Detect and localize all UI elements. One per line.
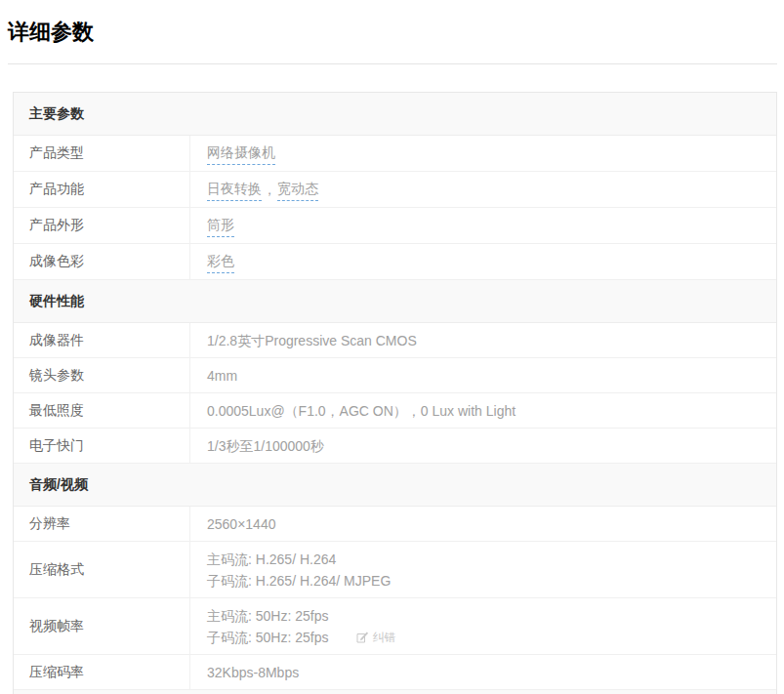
table-row: 产品类型 网络摄像机: [14, 136, 776, 172]
table-row: 成像色彩 彩色: [14, 244, 776, 280]
value-line: 筒形: [207, 214, 766, 237]
spec-label: 产品外形: [14, 208, 190, 243]
section-header-hardware: 硬件性能: [14, 280, 776, 323]
spec-value-line-2: 子码流: 50Hz: 25fps 纠错: [207, 627, 766, 648]
value-line: 彩色: [207, 250, 766, 273]
table-row: 产品外形 筒形: [14, 208, 776, 244]
table-row: 最低照度 0.0005Lux@（F1.0，AGC ON），0 Lux with …: [14, 393, 776, 429]
spec-value-cell: 32Kbps-8Mbps: [190, 655, 776, 689]
spec-value-cell: 0.0005Lux@（F1.0，AGC ON），0 Lux with Light: [190, 393, 776, 428]
spec-value-cell: 日夜转换 ， 宽动态: [190, 172, 776, 207]
spec-value-line-2: 子码流: H.265/ H.264/ MJPEG: [207, 570, 766, 592]
section-header-audio-video: 音频/视频: [14, 464, 776, 507]
spec-value-cell: 4mm: [190, 358, 776, 392]
spec-value-line-1: 主码流: H.265/ H.264: [207, 549, 766, 570]
spec-value-cell: 2560×1440: [190, 507, 776, 541]
spec-value-link[interactable]: 日夜转换: [207, 178, 262, 201]
spec-value-cell: 彩色: [190, 244, 776, 279]
table-row: 压缩码率 32Kbps-8Mbps: [14, 655, 776, 690]
spec-value-link[interactable]: 筒形: [207, 214, 234, 237]
spec-value-text: 子码流: 50Hz: 25fps: [207, 627, 329, 648]
spec-value: 2560×1440: [207, 513, 766, 535]
table-row: 分辨率 2560×1440: [14, 507, 776, 542]
table-row: 镜头参数 4mm: [14, 358, 776, 393]
spec-label: 压缩码率: [14, 655, 190, 689]
spec-label: 压缩格式: [14, 542, 190, 597]
table-row: 成像器件 1/2.8英寸Progressive Scan CMOS: [14, 323, 776, 358]
spec-value-cell: 筒形: [190, 208, 776, 243]
table-row: 压缩格式 主码流: H.265/ H.264 子码流: H.265/ H.264…: [14, 542, 776, 598]
table-row: 电子快门 1/3秒至1/100000秒: [14, 429, 776, 464]
spec-label: 视频帧率: [14, 598, 190, 654]
spec-label: 产品功能: [14, 172, 190, 207]
value-separator: ，: [263, 179, 276, 200]
spec-value: 1/2.8英寸Progressive Scan CMOS: [207, 330, 766, 351]
spec-value-cell: 主码流: 50Hz: 25fps 子码流: 50Hz: 25fps 纠错: [190, 598, 776, 654]
spec-label: 电子快门: [14, 429, 190, 463]
section-header-partial: [14, 690, 776, 694]
spec-table: 主要参数 产品类型 网络摄像机 产品功能 日夜转换 ， 宽动态 产品外形 筒形 …: [13, 92, 777, 694]
spec-value: 32Kbps-8Mbps: [207, 662, 766, 683]
spec-value-cell: 1/2.8英寸Progressive Scan CMOS: [190, 323, 776, 357]
spec-label: 成像色彩: [14, 244, 190, 279]
correction-button[interactable]: 纠错: [356, 627, 396, 648]
section-header-main-params: 主要参数: [14, 93, 776, 136]
spec-value-link[interactable]: 宽动态: [277, 178, 318, 201]
spec-value-link[interactable]: 网络摄像机: [207, 142, 275, 165]
spec-value: 1/3秒至1/100000秒: [207, 435, 766, 457]
title-divider: [8, 63, 777, 64]
page-title: 详细参数: [8, 18, 784, 47]
spec-label: 镜头参数: [14, 358, 190, 392]
spec-value-cell: 1/3秒至1/100000秒: [190, 429, 776, 463]
spec-label: 分辨率: [14, 507, 190, 541]
spec-value: 0.0005Lux@（F1.0，AGC ON），0 Lux with Light: [207, 400, 766, 422]
spec-label: 成像器件: [14, 323, 190, 357]
value-line: 日夜转换 ， 宽动态: [207, 178, 766, 201]
spec-value-cell: 网络摄像机: [190, 136, 776, 171]
spec-value-line-1: 主码流: 50Hz: 25fps: [207, 605, 766, 627]
correction-label: 纠错: [373, 627, 396, 648]
edit-icon: [356, 631, 369, 643]
spec-value: 4mm: [207, 365, 766, 387]
table-row: 产品功能 日夜转换 ， 宽动态: [14, 172, 776, 208]
spec-label: 产品类型: [14, 136, 190, 171]
spec-value-cell: 主码流: H.265/ H.264 子码流: H.265/ H.264/ MJP…: [190, 542, 776, 597]
value-line: 网络摄像机: [207, 142, 766, 165]
table-row: 视频帧率 主码流: 50Hz: 25fps 子码流: 50Hz: 25fps 纠…: [14, 598, 776, 655]
spec-label: 最低照度: [14, 393, 190, 428]
spec-value-link[interactable]: 彩色: [207, 250, 234, 273]
